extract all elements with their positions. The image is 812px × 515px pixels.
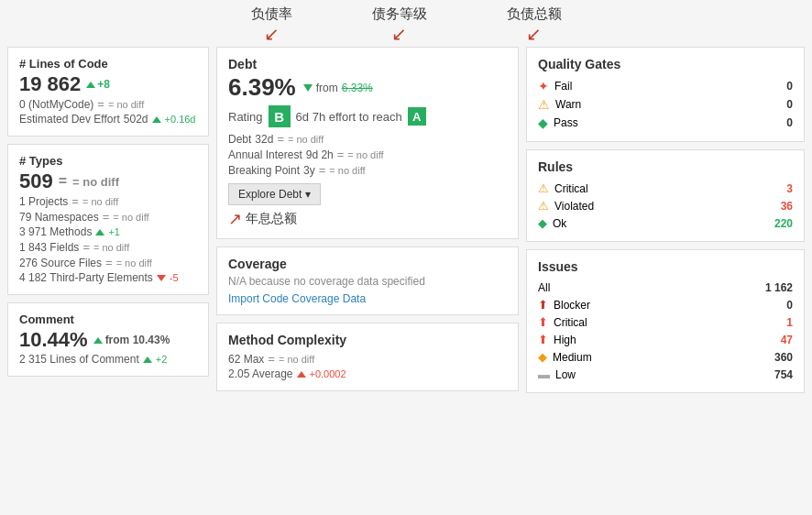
loc-effort-row: Estimated Dev Effort 502d +0.16d (19, 112, 197, 126)
complexity-delta: +0.0002 (310, 368, 346, 379)
rules-critical-icon: ⚠ (538, 181, 549, 195)
medium-icon: ◆ (538, 350, 547, 364)
qg-fail-row: ✦ Fail 0 (538, 77, 793, 95)
qg-title: Quality Gates (538, 57, 793, 71)
high-icon: ⬆ (538, 333, 548, 346)
comment-value: 10.44% from 10.43% (19, 328, 197, 352)
explore-chevron-icon: ▾ (305, 188, 311, 201)
rules-title: Rules (538, 159, 793, 174)
debt-from: from 6.33% (303, 82, 373, 94)
annual-annotation: ↗ 年息总额 (228, 209, 507, 229)
debt-days-row: Debt 32d = = no diff (228, 131, 507, 147)
fail-icon: ✦ (538, 79, 549, 93)
types-projects-row: 1 Projects = = no diff (19, 193, 197, 209)
rating-row: Rating B 6d 7h effort to reach A (228, 105, 507, 127)
main-content: # Lines of Code 19 862 +8 0 (NotMyCode) … (0, 43, 812, 400)
complexity-max-row: 62 Max = = no diff (228, 351, 507, 367)
issues-all-count: 1 162 (765, 281, 793, 294)
issues-high-count: 47 (781, 334, 793, 346)
comment-card: Comment 10.44% from 10.43% 2 315 Lines o… (7, 302, 209, 377)
comment-lines-delta: +2 (156, 354, 168, 365)
complexity-title: Method Complexity (228, 333, 507, 347)
thirdparty-down-arrow (157, 275, 166, 281)
issues-medium-row: ◆ Medium 360 (538, 348, 793, 366)
qg-warn-count: 0 (786, 98, 793, 111)
coverage-card: Coverage N/A because no coverage data sp… (216, 247, 519, 315)
rules-card: Rules ⚠ Critical 3 ⚠ Violated 36 ◆ Ok (526, 149, 805, 242)
coverage-link[interactable]: Import Code Coverage Data (228, 292, 366, 305)
qg-warn-row: ⚠ Warn 0 (538, 95, 793, 114)
comment-lines-arrow (143, 356, 152, 363)
debt-details: Debt 32d = = no diff Annual Interest 9d … (228, 131, 507, 178)
types-fields-row: 1 843 Fields = = no diff (19, 239, 197, 255)
annual-arrow: ↗ (228, 209, 242, 229)
types-title: # Types (19, 154, 197, 168)
qg-fail-count: 0 (786, 80, 793, 93)
debt-percent: 6.39% (228, 73, 296, 102)
warn-icon: ⚠ (538, 97, 550, 112)
coverage-title: Coverage (228, 257, 507, 271)
right-panel: Quality Gates ✦ Fail 0 ⚠ Warn 0 ◆ Pass (526, 47, 805, 393)
annotation-debt-rating: 债务等级 ↙ (372, 5, 427, 43)
issues-title: Issues (538, 259, 793, 274)
rules-ok-icon: ◆ (538, 216, 547, 230)
complexity-card: Method Complexity 62 Max = = no diff 2.0… (216, 323, 519, 391)
qg-pass-count: 0 (786, 116, 793, 129)
types-source-row: 276 Source Files = = no diff (19, 255, 197, 270)
debt-title: Debt (228, 57, 507, 71)
loc-card: # Lines of Code 19 862 +8 0 (NotMyCode) … (7, 47, 209, 137)
types-methods-row: 3 971 Methods +1 (19, 225, 197, 239)
explore-debt-button[interactable]: Explore Debt ▾ (228, 183, 321, 205)
rules-critical-row: ⚠ Critical 3 (538, 180, 793, 197)
issues-low-count: 754 (774, 368, 793, 381)
complexity-up-arrow (297, 371, 306, 378)
issues-medium-count: 360 (774, 351, 793, 364)
debt-down-arrow (303, 84, 313, 92)
comment-up-arrow (93, 337, 103, 344)
types-thirdparty-row: 4 182 Third-Party Elements -5 (19, 270, 197, 285)
issues-critical-row: ⬆ Critical 1 (538, 313, 793, 331)
loc-value: 19 862 +8 (19, 72, 197, 96)
complexity-avg-row: 2.05 Average +0.0002 (228, 367, 507, 381)
breaking-point-row: Breaking Point 3y = = no diff (228, 162, 507, 178)
issues-high-row: ⬆ High 47 (538, 331, 793, 348)
loc-notmine-row: 0 (NotMyCode) = = no diff (19, 96, 197, 112)
methods-up-arrow (95, 229, 104, 236)
rules-ok-row: ◆ Ok 220 (538, 214, 793, 232)
blocker-icon: ⬆ (538, 298, 548, 312)
arrow-debt-total: ↙ (526, 25, 542, 43)
types-namespaces-row: 79 Namespaces = = no diff (19, 209, 197, 225)
loc-title: # Lines of Code (19, 57, 197, 71)
issues-blocker-row: ⬆ Blocker 0 (538, 296, 793, 313)
rating-badge-b: B (269, 105, 291, 127)
qg-pass-row: ◆ Pass 0 (538, 114, 793, 132)
coverage-na: N/A because no coverage data specified (228, 275, 507, 288)
comment-title: Comment (19, 312, 197, 326)
comment-lines-row: 2 315 Lines of Comment +2 (19, 352, 197, 367)
thirdparty-delta: -5 (170, 272, 179, 283)
methods-delta: +1 (108, 226, 120, 237)
rules-critical-count: 3 (786, 182, 793, 195)
types-card: # Types 509 = = no diff 1 Projects = = n… (7, 144, 209, 295)
issues-all-row: All 1 162 (538, 279, 793, 296)
middle-panel: Debt 6.39% from 6.33% Rating B 6d 7h eff… (216, 47, 519, 393)
loc-delta: +8 (86, 78, 110, 91)
annotation-debt-rate: 负债率 ↙ (251, 5, 292, 43)
issues-blocker-count: 0 (786, 299, 793, 312)
rules-violated-row: ⚠ Violated 36 (538, 197, 793, 214)
types-value: 509 = = no diff (19, 170, 197, 193)
rules-violated-count: 36 (781, 200, 793, 213)
debt-card: Debt 6.39% from 6.33% Rating B 6d 7h eff… (216, 47, 519, 239)
low-icon: ▬ (538, 367, 550, 381)
issues-low-row: ▬ Low 754 (538, 366, 793, 383)
debt-from-val: 6.33% (342, 82, 373, 94)
issues-critical-count: 1 (786, 316, 793, 329)
loc-up-arrow (86, 82, 95, 88)
rules-ok-count: 220 (774, 217, 793, 230)
quality-gates-card: Quality Gates ✦ Fail 0 ⚠ Warn 0 ◆ Pass (526, 47, 805, 142)
annotations: 负债率 ↙ 债务等级 ↙ 负债总额 ↙ (0, 0, 812, 43)
annual-interest-row: Annual Interest 9d 2h = = no diff (228, 147, 507, 162)
arrow-debt-rating: ↙ (391, 25, 407, 43)
comment-from: from 10.43% (93, 334, 170, 346)
annotation-debt-total: 负债总额 ↙ (507, 5, 562, 43)
